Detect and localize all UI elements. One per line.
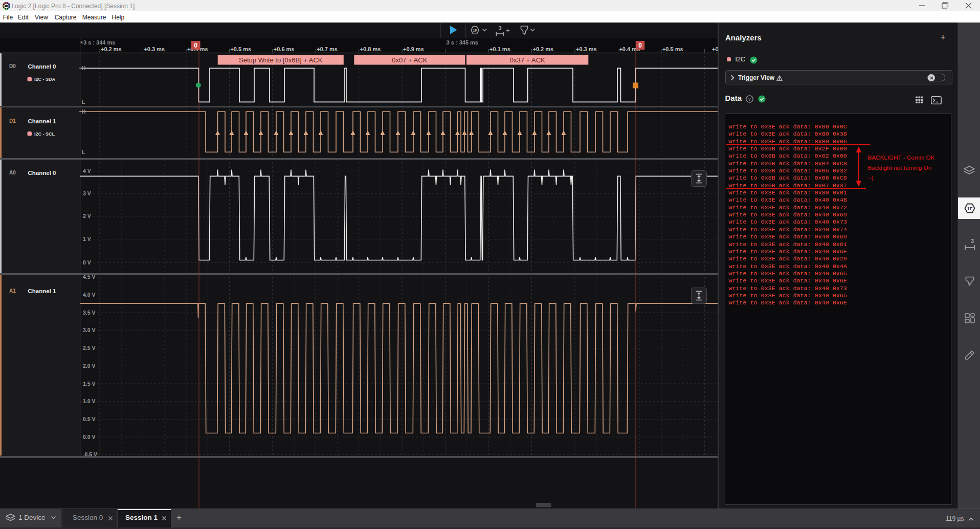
- svg-text:+0.1 ms: +0.1 ms: [489, 46, 510, 52]
- svg-text:H: H: [82, 65, 85, 71]
- svg-text:+: +: [506, 27, 510, 34]
- svg-text:1.5 V: 1.5 V: [83, 381, 96, 387]
- svg-text:+0.9 ms: +0.9 ms: [403, 46, 424, 52]
- svg-text:A0: A0: [9, 170, 16, 175]
- svg-text::-(: :-(: [867, 174, 873, 181]
- svg-text:+0.6 ms: +0.6 ms: [274, 46, 295, 52]
- svg-text:0.0 V: 0.0 V: [83, 434, 96, 440]
- svg-text:L: L: [82, 149, 85, 155]
- svg-text:Setup Write to [0x6B] + ACK: Setup Write to [0x6B] + ACK: [239, 56, 323, 64]
- svg-text:-0.5 V: -0.5 V: [83, 451, 97, 457]
- svg-text:+0.5 ms: +0.5 ms: [230, 46, 251, 52]
- svg-text:Channel 1: Channel 1: [28, 118, 57, 124]
- svg-text:3.0 V: 3.0 V: [83, 327, 96, 333]
- svg-text:0: 0: [638, 42, 642, 49]
- svg-text:0 V: 0 V: [83, 259, 91, 266]
- svg-text:Channel 0: Channel 0: [28, 63, 56, 70]
- svg-text:H: H: [82, 109, 85, 115]
- svg-text:0: 0: [194, 42, 197, 49]
- svg-text:2.0 V: 2.0 V: [83, 363, 96, 369]
- svg-text:3: 3: [970, 238, 973, 244]
- svg-text:Channel 0: Channel 0: [28, 170, 56, 176]
- svg-text:1 V: 1 V: [83, 236, 91, 242]
- svg-text:BACKLIGHT - Comm OK: BACKLIGHT - Comm OK: [867, 154, 934, 161]
- svg-text:1F: 1F: [967, 206, 972, 211]
- svg-text:4 V: 4 V: [83, 168, 91, 174]
- svg-text:?: ?: [748, 96, 750, 102]
- svg-text:L: L: [82, 99, 85, 105]
- svg-text:D0: D0: [9, 63, 16, 69]
- svg-text:+0.5 ms: +0.5 ms: [662, 46, 683, 52]
- svg-text:0x37 + ACK: 0x37 + ACK: [510, 56, 545, 64]
- svg-text:3.5 V: 3.5 V: [83, 310, 96, 316]
- svg-text:2 V: 2 V: [83, 213, 91, 219]
- svg-text:0x07 + ACK: 0x07 + ACK: [392, 56, 427, 64]
- svg-text:D1: D1: [9, 118, 16, 124]
- svg-text:3 V: 3 V: [83, 190, 91, 196]
- svg-text:+0.7 ms: +0.7 ms: [317, 46, 338, 52]
- svg-text:I2C - SDA: I2C - SDA: [34, 77, 56, 82]
- svg-text:+0.2 ms: +0.2 ms: [101, 46, 122, 52]
- svg-text:1.0 V: 1.0 V: [83, 398, 96, 404]
- svg-text:3 s : 345 ms: 3 s : 345 ms: [447, 39, 478, 46]
- svg-text:4.5 V: 4.5 V: [83, 274, 96, 280]
- svg-text:Channel 1: Channel 1: [28, 288, 57, 294]
- svg-text:Backlight not turning On: Backlight not turning On: [867, 164, 931, 171]
- svg-text:1F: 1F: [473, 29, 477, 32]
- svg-text:3: 3: [498, 25, 501, 31]
- svg-text:I2C - SCL: I2C - SCL: [34, 131, 55, 137]
- svg-text:2.5 V: 2.5 V: [83, 345, 96, 351]
- svg-text:4.0 V: 4.0 V: [83, 292, 96, 298]
- svg-text:+0.3 ms: +0.3 ms: [144, 46, 165, 52]
- svg-text:3 s : 344 ms: 3 s : 344 ms: [83, 39, 115, 46]
- svg-text:+0.2 ms: +0.2 ms: [533, 46, 554, 52]
- svg-text:0.5 V: 0.5 V: [83, 416, 96, 422]
- svg-text:+0.6 ms: +0.6 ms: [712, 46, 718, 52]
- svg-text:+0.3 ms: +0.3 ms: [576, 46, 597, 52]
- svg-text:+0.8 ms: +0.8 ms: [360, 46, 381, 52]
- svg-text:A1: A1: [9, 288, 16, 294]
